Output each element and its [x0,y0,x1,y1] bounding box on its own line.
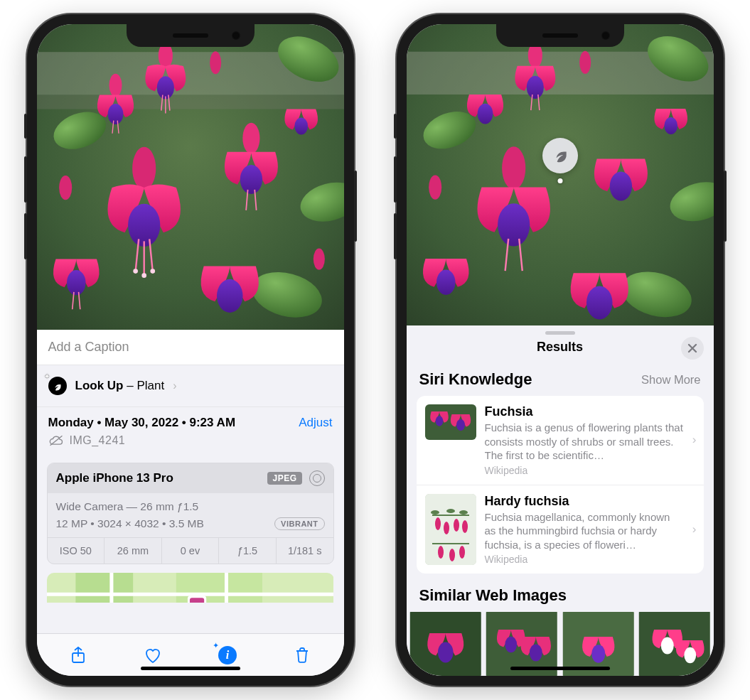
svg-point-74 [459,510,468,515]
result-source: Wikipedia [485,465,684,476]
svg-point-73 [446,509,455,513]
svg-point-82 [530,645,542,662]
phone-left: Add a Caption Look Up – Plant › Monday •… [27,14,354,686]
photo-viewer[interactable] [407,24,714,325]
result-fuchsia[interactable]: Fuchsia Fuchsia is a genus of flowering … [417,396,704,485]
format-badge: JPEG [267,472,301,485]
result-description: Fuchsia magellanica, commonly known as t… [485,510,684,552]
svg-point-65 [435,416,443,426]
svg-point-55 [498,203,530,246]
phone-right: Results Siri Knowledge Show More Fuchsia… [397,14,724,686]
chevron-right-icon: › [692,433,697,447]
svg-point-34 [59,176,72,200]
info-icon [218,646,237,664]
result-hardy-fuchsia[interactable]: Hardy fuchsia Fuchsia magellanica, commo… [417,485,704,574]
close-button[interactable] [681,337,704,360]
resolution-info: 12 MP • 3024 × 4032 • 3.5 MB [56,517,204,530]
svg-point-72 [431,510,439,515]
result-title: Hardy fuchsia [485,494,684,509]
lookup-label: Look Up – Plant [75,379,165,393]
favorite-button[interactable] [141,643,165,667]
svg-point-86 [661,637,674,655]
svg-point-8 [156,76,173,99]
filename-row: IMG_4241 [48,434,333,447]
result-description: Fuchsia is a genus of flowering plants t… [485,421,684,463]
svg-rect-2 [37,95,344,109]
svg-point-70 [454,519,459,532]
photographic-style-badge: VIBRANT [274,517,324,530]
lookup-plant-row[interactable]: Look Up – Plant › [37,365,344,407]
svg-point-23 [150,269,155,274]
siri-knowledge-title: Siri Knowledge [419,370,532,389]
result-title: Fuchsia [485,404,684,419]
svg-point-87 [684,647,696,663]
result-source: Wikipedia [485,554,684,565]
svg-point-22 [141,273,146,278]
svg-point-28 [216,279,242,313]
svg-point-24 [242,123,259,154]
chevron-right-icon: › [173,379,176,392]
mute-switch [394,114,397,139]
svg-point-29 [66,270,85,295]
camera-info-card: Apple iPhone 13 Pro JPEG Wide Camera — 2… [47,463,334,564]
svg-point-75 [438,546,444,559]
home-indicator[interactable] [510,667,610,670]
svg-point-25 [240,165,262,194]
svg-point-76 [449,549,455,561]
svg-point-21 [133,269,138,274]
svg-point-17 [128,204,160,247]
svg-point-53 [477,104,493,124]
svg-point-66 [456,419,465,431]
svg-point-71 [462,520,468,533]
live-photo-icon [309,470,325,486]
notch [496,24,624,47]
adjust-date-button[interactable]: Adjust [299,416,332,430]
web-image-thumbnail[interactable] [637,612,712,676]
results-sheet: Results Siri Knowledge Show More Fuchsia… [407,325,714,676]
visual-lookup-chip[interactable] [542,138,578,173]
info-button[interactable]: ✦ [215,643,240,667]
svg-point-12 [109,74,122,97]
svg-point-32 [294,118,308,135]
svg-point-77 [459,546,465,559]
svg-point-69 [444,522,449,534]
svg-point-61 [664,117,677,134]
power-button [724,171,727,242]
svg-point-68 [435,517,441,530]
svg-point-63 [429,176,441,200]
caption-input[interactable]: Add a Caption [37,330,344,365]
svg-point-60 [436,270,455,295]
home-indicator[interactable] [141,667,240,670]
svg-point-33 [210,51,221,74]
photo-viewer[interactable] [37,24,344,330]
sheet-title: Results [537,340,583,355]
camera-device: Apple iPhone 13 Pro [56,471,173,485]
svg-point-13 [107,104,123,124]
volume-down [24,213,27,259]
similar-web-images-title: Similar Web Images [407,574,714,612]
location-map-preview[interactable] [47,573,334,603]
chevron-right-icon: › [692,522,697,537]
svg-point-35 [313,248,324,269]
show-more-button[interactable]: Show More [641,373,700,387]
web-image-thumbnail[interactable] [408,612,483,676]
power-button [354,171,357,242]
cloud-off-icon [48,434,64,447]
lens-info: Wide Camera — 26 mm ƒ1.5 [56,500,325,513]
svg-point-16 [132,147,156,190]
info-panel: Look Up – Plant › Monday • May 30, 2022 … [37,365,344,633]
exif-row: ISO 50 26 mm 0 ev ƒ1.5 1/181 s [48,537,333,564]
svg-point-50 [526,76,543,99]
volume-down [394,213,397,259]
result-thumbnail [425,494,476,565]
svg-point-84 [591,645,605,663]
svg-point-81 [505,637,517,652]
mute-switch [24,114,27,139]
share-button[interactable] [66,643,90,667]
notch [127,24,255,47]
delete-button[interactable] [290,643,314,667]
volume-up [24,156,27,203]
svg-point-54 [502,146,525,189]
photo-date: Monday • May 30, 2022 • 9:23 AM [48,416,236,430]
svg-rect-41 [189,598,203,603]
